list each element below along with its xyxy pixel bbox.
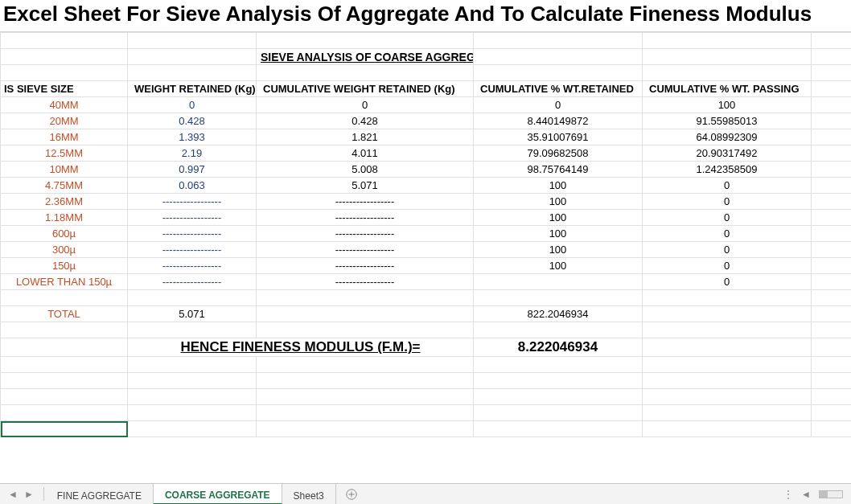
cell-sieve[interactable]: 2.36MM: [1, 194, 128, 210]
cell-cwret[interactable]: 0: [257, 97, 474, 113]
cell-cpret[interactable]: 100: [474, 178, 643, 194]
page-title: Excel Sheet For Sieve Analysis Of Aggreg…: [0, 0, 851, 32]
cell-cwret[interactable]: 5.071: [257, 178, 474, 194]
cell-cwret[interactable]: 4.011: [257, 145, 474, 162]
cell-sieve[interactable]: 150µ: [1, 258, 128, 274]
cell-cwret[interactable]: -----------------: [257, 274, 474, 290]
cell-wret[interactable]: 0.997: [128, 162, 257, 178]
cell-cppas[interactable]: 0: [643, 194, 812, 210]
cell-cppas[interactable]: 0: [643, 242, 812, 258]
cell-cwret[interactable]: 5.008: [257, 162, 474, 178]
tab-prev-icon[interactable]: ◄: [8, 489, 18, 500]
cell-wret[interactable]: 0.428: [128, 113, 257, 129]
plus-icon: [346, 489, 357, 500]
cell-sieve[interactable]: 600µ: [1, 226, 128, 242]
cell-sieve[interactable]: 10MM: [1, 162, 128, 178]
tabbar-options-icon[interactable]: ⋮: [783, 489, 793, 500]
hscroll-left-icon[interactable]: ◄: [801, 489, 811, 500]
active-cell[interactable]: [1, 421, 128, 437]
cell-cpret[interactable]: 100: [474, 210, 643, 226]
fineness-modulus-label: HENCE FINENESS MODULUS (F.M.)=: [128, 338, 474, 357]
cell-cwret[interactable]: -----------------: [257, 226, 474, 242]
cell-wret[interactable]: 0: [128, 97, 257, 113]
col-header-sieve: IS SIEVE SIZE: [1, 81, 128, 97]
tab-separator: [43, 487, 44, 501]
cell-cwret[interactable]: -----------------: [257, 210, 474, 226]
cell-cppas[interactable]: 0: [643, 274, 812, 290]
cell-cppas[interactable]: 64.08992309: [643, 129, 812, 145]
cell-sieve[interactable]: 12.5MM: [1, 145, 128, 162]
cell-cppas[interactable]: 1.242358509: [643, 162, 812, 178]
cell-sieve[interactable]: LOWER THAN 150µ: [1, 274, 128, 290]
cell-cwret[interactable]: -----------------: [257, 242, 474, 258]
cell-wret[interactable]: 0.063: [128, 178, 257, 194]
cell-cwret[interactable]: -----------------: [257, 258, 474, 274]
tab-next-icon[interactable]: ►: [24, 489, 34, 500]
cell-cppas[interactable]: 0: [643, 210, 812, 226]
scrollbar-thumb[interactable]: [820, 491, 828, 498]
cell-sieve[interactable]: 4.75MM: [1, 178, 128, 194]
cell-cpret[interactable]: 100: [474, 194, 643, 210]
cell-cpret[interactable]: 100: [474, 258, 643, 274]
cell-cpret[interactable]: 8.440149872: [474, 113, 643, 129]
section-heading: SIEVE ANALYSIS OF COARSE AGGREGATE: [257, 49, 474, 65]
cell-cpret[interactable]: 35.91007691: [474, 129, 643, 145]
col-header-wret: WEIGHT RETAINED (Kg): [128, 81, 257, 97]
fineness-modulus-value: 8.222046934: [474, 338, 643, 357]
total-label[interactable]: TOTAL: [1, 306, 128, 322]
sheet-tab-bar: ◄ ► FINE AGGREGATECOARSE AGGREGATESheet3…: [0, 483, 851, 504]
cell-wret[interactable]: -----------------: [128, 274, 257, 290]
spreadsheet-grid[interactable]: SIEVE ANALYSIS OF COARSE AGGREGATEIS SIE…: [0, 32, 851, 437]
sheet-tab-coarse-aggregate[interactable]: COARSE AGGREGATE: [154, 484, 282, 504]
col-header-cpret: CUMULATIVE % WT.RETAINED: [474, 81, 643, 97]
cell-cwret[interactable]: 1.821: [257, 129, 474, 145]
cell-cppas[interactable]: 91.55985013: [643, 113, 812, 129]
col-header-cppas: CUMULATIVE % WT. PASSING: [643, 81, 812, 97]
cell-cpret[interactable]: 100: [474, 242, 643, 258]
cell-sieve[interactable]: 1.18MM: [1, 210, 128, 226]
col-header-cwret: CUMULATIVE WEIGHT RETAINED (Kg): [257, 81, 474, 97]
cell-sieve[interactable]: 16MM: [1, 129, 128, 145]
cell-wret[interactable]: -----------------: [128, 194, 257, 210]
cell-wret[interactable]: 2.19: [128, 145, 257, 162]
cell-cpret[interactable]: 0: [474, 97, 643, 113]
sheet-tab-sheet3[interactable]: Sheet3: [282, 484, 336, 504]
cell-cppas[interactable]: 0: [643, 226, 812, 242]
cell-cppas[interactable]: 100: [643, 97, 812, 113]
cell-cwret[interactable]: -----------------: [257, 194, 474, 210]
cell-wret[interactable]: 1.393: [128, 129, 257, 145]
cell-sieve[interactable]: 40MM: [1, 97, 128, 113]
cell-cpret[interactable]: 98.75764149: [474, 162, 643, 178]
horizontal-scrollbar[interactable]: [819, 490, 843, 498]
cell-cppas[interactable]: 0: [643, 258, 812, 274]
cell-cpret[interactable]: 100: [474, 226, 643, 242]
cell-cppas[interactable]: 0: [643, 178, 812, 194]
cell-sieve[interactable]: 300µ: [1, 242, 128, 258]
sheet-tab-fine-aggregate[interactable]: FINE AGGREGATE: [46, 484, 154, 504]
tab-nav-arrows[interactable]: ◄ ►: [0, 484, 42, 504]
total-cpret[interactable]: 822.2046934: [474, 306, 643, 322]
cell-wret[interactable]: -----------------: [128, 210, 257, 226]
cell-cppas[interactable]: 20.90317492: [643, 145, 812, 162]
cell-wret[interactable]: -----------------: [128, 258, 257, 274]
cell-cpret[interactable]: [474, 274, 643, 290]
total-wret[interactable]: 5.071: [128, 306, 257, 322]
cell-sieve[interactable]: 20MM: [1, 113, 128, 129]
cell-cwret[interactable]: 0.428: [257, 113, 474, 129]
cell-wret[interactable]: -----------------: [128, 242, 257, 258]
cell-wret[interactable]: -----------------: [128, 226, 257, 242]
new-sheet-button[interactable]: [336, 484, 367, 504]
cell-cpret[interactable]: 79.09682508: [474, 145, 643, 162]
